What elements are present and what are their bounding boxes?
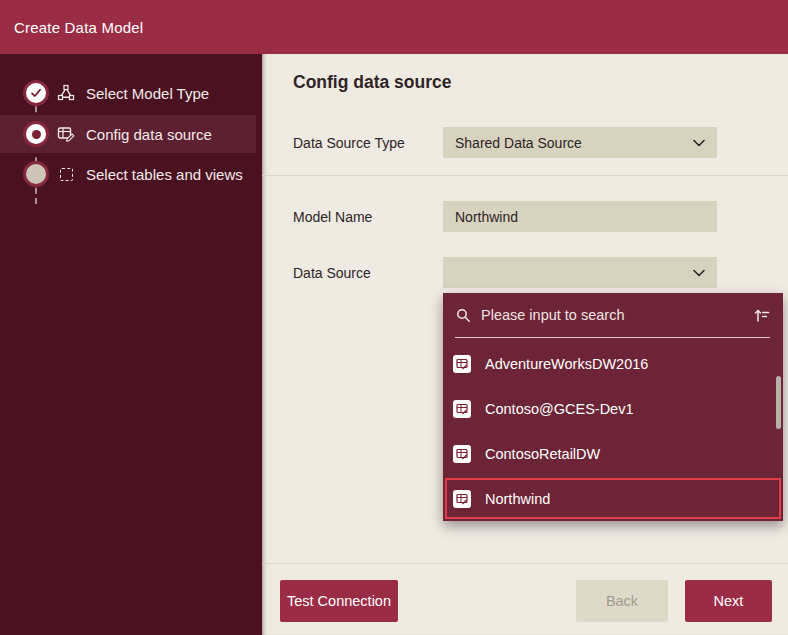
sidebar-step-select-model-type[interactable]: Select Model Type (0, 74, 256, 112)
data-source-label: Data Source (293, 265, 371, 281)
model-name-input[interactable] (443, 201, 717, 232)
data-source-icon (453, 400, 471, 418)
footer-divider (262, 563, 788, 564)
step-label-select-model-type: Select Model Type (86, 85, 209, 102)
table-edit-icon (57, 125, 75, 143)
data-source-select[interactable] (443, 257, 717, 288)
data-source-option-adventureworksdw2016[interactable]: AdventureWorksDW2016 (443, 341, 783, 386)
option-label: ContosoRetailDW (485, 446, 600, 462)
section-divider (262, 175, 788, 176)
step-current-radio-icon (23, 121, 49, 147)
step-label-select-tables-and-views: Select tables and views (86, 166, 243, 183)
option-label: AdventureWorksDW2016 (485, 356, 648, 372)
test-connection-button[interactable]: Test Connection (280, 580, 398, 622)
next-button[interactable]: Next (685, 580, 772, 622)
titlebar: Create Data Model (0, 0, 788, 54)
sidebar-step-select-tables-and-views[interactable]: Select tables and views (0, 155, 256, 193)
sidebar-step-config-data-source[interactable]: Config data source (0, 115, 256, 153)
data-source-type-select[interactable]: Shared Data Source (443, 127, 717, 158)
data-source-icon (453, 490, 471, 508)
dropdown-search-row (443, 293, 783, 337)
chevron-down-icon (693, 269, 705, 277)
dropdown-scrollbar-thumb[interactable] (776, 376, 781, 429)
step-pending-circle (23, 161, 49, 187)
page-title: Config data source (293, 72, 452, 93)
step-label-config-data-source: Config data source (86, 126, 212, 143)
data-source-option-northwind[interactable]: Northwind (443, 476, 783, 521)
data-source-dropdown-panel: AdventureWorksDW2016 Contoso@GCES-Dev1 C… (443, 293, 783, 521)
create-data-model-dialog: Create Data Model Select Model Type (0, 0, 788, 635)
dropdown-search-input[interactable] (481, 307, 754, 323)
data-source-option-contosoretaildw[interactable]: ContosoRetailDW (443, 431, 783, 476)
option-label: Contoso@GCES-Dev1 (485, 401, 634, 417)
chevron-down-icon (693, 139, 705, 147)
data-source-type-label: Data Source Type (293, 135, 405, 151)
data-source-option-contoso-gces-dev1[interactable]: Contoso@GCES-Dev1 (443, 386, 783, 431)
config-data-source-panel: Config data source Data Source Type Shar… (262, 54, 788, 635)
wizard-steps-sidebar: Select Model Type Config data source Sel… (0, 54, 262, 635)
back-button[interactable]: Back (576, 580, 668, 622)
data-source-icon (453, 445, 471, 463)
model-type-icon (57, 84, 75, 102)
step-completed-check-icon (23, 80, 49, 106)
data-source-icon (453, 355, 471, 373)
search-divider (455, 337, 770, 338)
window-title: Create Data Model (0, 19, 143, 36)
model-name-label: Model Name (293, 209, 372, 225)
sort-ascending-icon[interactable] (754, 308, 770, 323)
search-icon (456, 308, 471, 323)
option-label: Northwind (485, 491, 550, 507)
dashed-selection-icon (57, 165, 75, 183)
data-source-type-value: Shared Data Source (443, 135, 693, 151)
